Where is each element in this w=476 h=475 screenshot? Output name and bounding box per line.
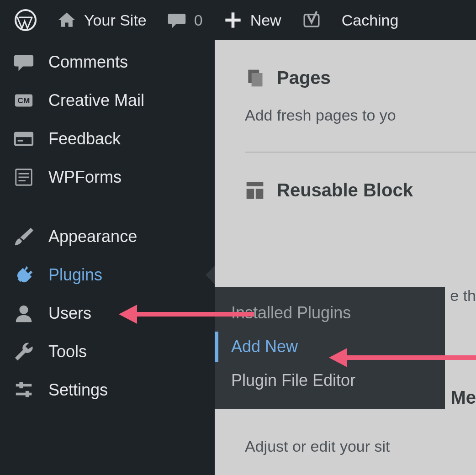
caching-label: Caching xyxy=(342,11,399,29)
submenu-item-add-new[interactable]: Add New xyxy=(215,330,445,364)
submenu-label: Plugin File Editor xyxy=(231,371,355,390)
caching-button[interactable]: Caching xyxy=(334,0,406,40)
svg-rect-8 xyxy=(18,140,23,142)
yoast-button[interactable] xyxy=(293,0,330,40)
sidebar-item-settings[interactable]: Settings xyxy=(0,371,215,409)
sidebar-item-tools[interactable]: Tools xyxy=(0,332,215,371)
admin-sidebar: Comments CM Creative Mail Feedback WPFor… xyxy=(0,40,215,475)
svg-rect-7 xyxy=(15,133,32,137)
sidebar-item-users[interactable]: Users xyxy=(0,294,215,332)
svg-rect-2 xyxy=(225,19,240,22)
svg-rect-17 xyxy=(26,391,29,397)
creative-mail-icon: CM xyxy=(13,90,35,111)
wordpress-logo-icon xyxy=(15,9,37,31)
sidebar-item-label: Creative Mail xyxy=(48,91,144,110)
svg-rect-15 xyxy=(16,393,32,396)
yoast-icon xyxy=(301,9,323,31)
sidebar-item-label: Plugins xyxy=(48,265,102,285)
user-icon xyxy=(13,302,35,324)
sliders-icon xyxy=(13,379,35,401)
svg-point-13 xyxy=(19,306,28,314)
sidebar-item-label: Appearance xyxy=(48,227,137,246)
pages-heading-text: Pages xyxy=(277,68,331,88)
sidebar-item-label: Tools xyxy=(48,342,87,361)
admin-bar: Your Site 0 New Caching xyxy=(0,0,476,40)
sidebar-item-label: Users xyxy=(48,304,91,323)
svg-rect-19 xyxy=(252,73,263,86)
comments-bubble-button[interactable]: 0 xyxy=(159,0,210,40)
menus-heading-fragment: Me xyxy=(450,387,476,408)
feedback-icon xyxy=(13,128,35,150)
new-label: New xyxy=(250,11,281,29)
wrench-icon xyxy=(13,341,35,363)
plugins-submenu: Installed Plugins Add New Plugin File Ed… xyxy=(215,287,445,409)
pages-description: Add fresh pages to yo xyxy=(245,106,476,124)
svg-rect-14 xyxy=(16,384,32,387)
svg-rect-20 xyxy=(247,182,264,186)
svg-rect-21 xyxy=(247,189,254,199)
blocks-heading-text: Reusable Block xyxy=(277,180,413,201)
pages-icon xyxy=(245,68,265,88)
sidebar-item-label: Comments xyxy=(48,53,128,72)
adjust-text: Adjust or edit your sit xyxy=(245,438,390,455)
wordpress-logo-button[interactable] xyxy=(7,0,44,40)
sidebar-item-comments[interactable]: Comments xyxy=(0,43,215,81)
svg-rect-22 xyxy=(256,189,264,199)
svg-rect-16 xyxy=(19,382,23,388)
pages-heading: Pages xyxy=(245,68,476,88)
sidebar-separator xyxy=(0,203,215,211)
sidebar-item-plugins[interactable]: Plugins xyxy=(0,256,215,294)
blocks-text-fragment: e th xyxy=(450,287,476,305)
wpforms-icon xyxy=(13,166,35,188)
submenu-label: Add New xyxy=(231,337,298,356)
submenu-label: Installed Plugins xyxy=(231,303,351,322)
blocks-heading: Reusable Block xyxy=(245,180,476,201)
home-icon xyxy=(56,9,78,31)
sidebar-item-wpforms[interactable]: WPForms xyxy=(0,158,215,196)
submenu-item-plugin-file-editor[interactable]: Plugin File Editor xyxy=(215,364,445,397)
comment-count: 0 xyxy=(194,11,203,29)
admin-layout: Comments CM Creative Mail Feedback WPFor… xyxy=(0,40,476,475)
site-name-label: Your Site xyxy=(84,11,147,29)
comment-icon xyxy=(13,51,35,73)
main-content: Pages Add fresh pages to yo Reusable Blo… xyxy=(215,40,476,475)
sidebar-item-label: WPForms xyxy=(48,168,122,187)
site-link[interactable]: Your Site xyxy=(48,0,154,40)
new-content-button[interactable]: New xyxy=(215,0,289,40)
comment-icon xyxy=(166,9,188,31)
svg-text:CM: CM xyxy=(18,96,30,105)
sidebar-item-creative-mail[interactable]: CM Creative Mail xyxy=(0,81,215,120)
paintbrush-icon xyxy=(13,226,35,248)
submenu-item-installed-plugins[interactable]: Installed Plugins xyxy=(215,296,445,330)
sidebar-item-label: Feedback xyxy=(48,129,121,148)
sidebar-item-label: Settings xyxy=(48,380,108,400)
plug-icon xyxy=(13,264,35,286)
sidebar-item-feedback[interactable]: Feedback xyxy=(0,120,215,158)
content-divider xyxy=(245,152,476,153)
blocks-icon xyxy=(245,180,265,201)
dimming-overlay xyxy=(215,40,476,475)
sidebar-item-appearance[interactable]: Appearance xyxy=(0,217,215,256)
plus-icon xyxy=(222,9,244,31)
